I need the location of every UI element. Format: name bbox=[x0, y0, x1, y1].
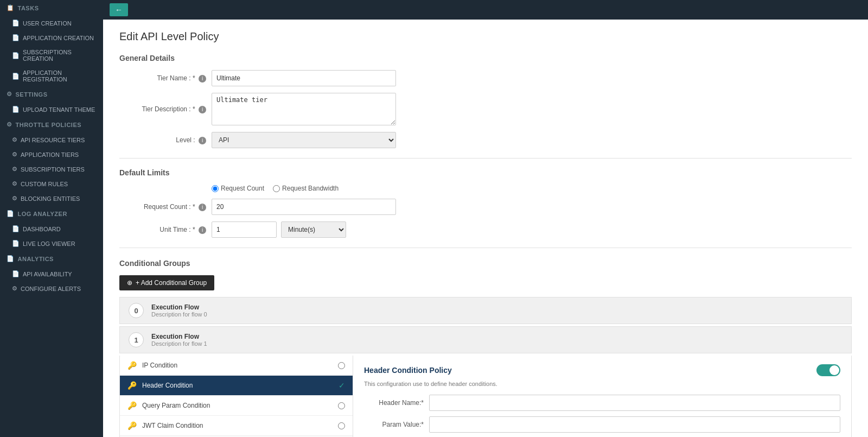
flow-row-0[interactable]: 0 Execution Flow Description for flow 0 bbox=[119, 297, 852, 324]
condition-list: 🔑 IP Condition 🔑 Header Condition ✓ 🔑 Qu… bbox=[120, 356, 353, 437]
default-limits-section: Default Limits Request Count Request Ban… bbox=[119, 168, 852, 238]
gear-icon: ⚙ bbox=[12, 180, 17, 187]
flow-title-1: Execution Flow bbox=[151, 333, 207, 340]
gear-icon: ⚙ bbox=[7, 121, 12, 128]
sidebar-item-configure-alerts[interactable]: ⚙ CONFIGURE ALERTS bbox=[0, 281, 103, 296]
sidebar-item-user-creation[interactable]: 📄 USER CREATION bbox=[0, 16, 103, 30]
sidebar-item-subscriptions-creation[interactable]: 📄 SUBSCRIPTIONS CREATION bbox=[0, 45, 103, 66]
sidebar-item-api-availability[interactable]: 📄 API AVAILABILITY bbox=[0, 267, 103, 281]
sidebar-item-custom-rules[interactable]: ⚙ CUSTOM RULES bbox=[0, 176, 103, 191]
conditional-groups-section: Conditional Groups ⊕ + Add Conditional G… bbox=[119, 259, 852, 437]
sidebar-item-live-log-viewer[interactable]: 📄 LIVE LOG VIEWER bbox=[0, 236, 103, 251]
plus-icon: ⊕ bbox=[127, 279, 132, 287]
doc-icon: 📄 bbox=[12, 240, 20, 247]
doc-icon: 📄 bbox=[7, 210, 15, 217]
key-icon-jwt: 🔑 bbox=[127, 421, 137, 430]
doc-icon: 📄 bbox=[12, 225, 20, 232]
tier-name-input[interactable] bbox=[212, 70, 396, 86]
doc-icon: 📄 bbox=[7, 255, 15, 262]
sidebar-item-api-resource-tiers[interactable]: ⚙ API RESOURCE TIERS bbox=[0, 132, 103, 147]
sidebar: 📋 TASKS 📄 USER CREATION 📄 APPLICATION CR… bbox=[0, 0, 103, 437]
request-count-group: Request Count : * i bbox=[119, 199, 852, 215]
sidebar-item-upload-tenant-theme[interactable]: 📄 UPLOAD TENANT THEME bbox=[0, 102, 103, 117]
request-count-label: Request Count : * i bbox=[119, 203, 212, 211]
flow-number-1: 1 bbox=[129, 332, 144, 347]
doc-icon: 📄 bbox=[12, 34, 20, 41]
unit-time-select[interactable]: Minute(s) Hour(s) Day(s) bbox=[281, 221, 346, 238]
tier-name-group: Tier Name : * i bbox=[119, 70, 852, 86]
flow-info-0: Execution Flow Description for flow 0 bbox=[151, 303, 207, 318]
level-info-icon: i bbox=[199, 137, 206, 144]
condition-radio-query[interactable] bbox=[338, 402, 345, 409]
condition-panel: Header Condition Policy This configurati… bbox=[353, 356, 851, 437]
flow-desc-0: Description for flow 0 bbox=[151, 311, 207, 318]
doc-icon: 📄 bbox=[12, 20, 20, 27]
content-area: Edit API Level Policy General Details Ti… bbox=[103, 20, 868, 437]
sidebar-item-dashboard[interactable]: 📄 DASHBOARD bbox=[0, 221, 103, 236]
flow-title-0: Execution Flow bbox=[151, 303, 207, 311]
condition-item-query-param[interactable]: 🔑 Query Param Condition bbox=[120, 396, 353, 416]
level-label: Level : i bbox=[119, 136, 212, 144]
param-value-label: Param Value:* bbox=[364, 421, 424, 428]
sidebar-section-throttle-policies: ⚙ THROTTLE POLICIES bbox=[0, 117, 103, 132]
unit-time-label: Unit Time : * i bbox=[119, 226, 212, 234]
main-content: ← Edit API Level Policy General Details … bbox=[103, 0, 868, 437]
sidebar-section-log-analyzer: 📄 LOG ANALYZER bbox=[0, 206, 103, 221]
condition-toggle[interactable] bbox=[816, 364, 840, 376]
general-details-title: General Details bbox=[119, 54, 852, 62]
back-button[interactable]: ← bbox=[110, 3, 128, 16]
param-value-input[interactable] bbox=[429, 416, 840, 433]
condition-item-ip[interactable]: 🔑 IP Condition bbox=[120, 356, 353, 376]
sidebar-item-blocking-entities[interactable]: ⚙ BLOCKING ENTITIES bbox=[0, 191, 103, 206]
doc-icon: 📄 bbox=[12, 52, 20, 59]
gear-icon: ⚙ bbox=[12, 166, 17, 173]
condition-radio-jwt[interactable] bbox=[338, 422, 345, 429]
level-select[interactable]: API Global User bbox=[212, 132, 396, 148]
condition-radio-ip[interactable] bbox=[338, 362, 345, 369]
sidebar-section-analytics: 📄 ANALYTICS bbox=[0, 251, 103, 267]
divider-2 bbox=[119, 248, 852, 248]
page-title: Edit API Level Policy bbox=[119, 30, 852, 43]
key-icon-query: 🔑 bbox=[127, 401, 137, 410]
sidebar-item-application-registration[interactable]: 📄 APPLICATION REGISTRATION bbox=[0, 66, 103, 86]
divider-1 bbox=[119, 158, 852, 159]
top-nav: ← bbox=[103, 0, 868, 20]
flow-info-1: Execution Flow Description for flow 1 bbox=[151, 333, 207, 347]
gear-icon: ⚙ bbox=[12, 285, 17, 292]
condition-item-header[interactable]: 🔑 Header Condition ✓ bbox=[120, 376, 353, 396]
condition-desc: This configuration use to define header … bbox=[364, 381, 840, 387]
doc-icon: 📄 bbox=[12, 106, 20, 113]
sidebar-item-subscription-tiers[interactable]: ⚙ SUBSCRIPTION TIERS bbox=[0, 162, 103, 176]
condition-check-header: ✓ bbox=[339, 381, 345, 390]
sidebar-section-settings: ⚙ SETTINGS bbox=[0, 86, 103, 102]
general-details-section: General Details Tier Name : * i Tier Des… bbox=[119, 54, 852, 148]
header-name-label: Header Name:* bbox=[364, 399, 424, 407]
flow-row-1[interactable]: 1 Execution Flow Description for flow 1 bbox=[119, 326, 852, 353]
gear-icon: ⚙ bbox=[12, 151, 17, 158]
radio-request-count-label[interactable]: Request Count bbox=[212, 185, 264, 192]
gear-icon: ⚙ bbox=[12, 136, 17, 143]
unit-time-input[interactable] bbox=[212, 221, 277, 238]
conditional-groups-title: Conditional Groups bbox=[119, 259, 852, 268]
header-name-group: Header Name:* bbox=[364, 395, 840, 411]
tier-desc-label: Tier Description : * i bbox=[119, 105, 212, 113]
condition-item-jwt[interactable]: 🔑 JWT Claim Condition bbox=[120, 416, 353, 436]
sidebar-item-application-creation[interactable]: 📄 APPLICATION CREATION bbox=[0, 30, 103, 45]
tier-desc-input[interactable]: Ultimate tier bbox=[212, 93, 396, 125]
tier-name-label: Tier Name : * i bbox=[119, 74, 212, 83]
radio-request-bandwidth[interactable] bbox=[273, 185, 280, 192]
sidebar-item-application-tiers[interactable]: ⚙ APPLICATION TIERS bbox=[0, 147, 103, 162]
header-name-input[interactable] bbox=[429, 395, 840, 411]
radio-request-count[interactable] bbox=[212, 185, 219, 192]
tier-name-info-icon: i bbox=[199, 75, 206, 83]
condition-panel-header: Header Condition Policy bbox=[364, 364, 840, 376]
level-group: Level : i API Global User bbox=[119, 132, 852, 148]
default-limits-title: Default Limits bbox=[119, 168, 852, 177]
condition-panel-title: Header Condition Policy bbox=[364, 366, 452, 375]
add-conditional-group-button[interactable]: ⊕ + Add Conditional Group bbox=[119, 275, 214, 290]
flow-expanded-1: 🔑 IP Condition 🔑 Header Condition ✓ 🔑 Qu… bbox=[119, 356, 852, 437]
gear-icon: ⚙ bbox=[7, 91, 12, 98]
request-count-input[interactable] bbox=[212, 199, 396, 215]
unit-time-info-icon: i bbox=[199, 226, 206, 234]
radio-request-bandwidth-label[interactable]: Request Bandwidth bbox=[273, 185, 339, 192]
